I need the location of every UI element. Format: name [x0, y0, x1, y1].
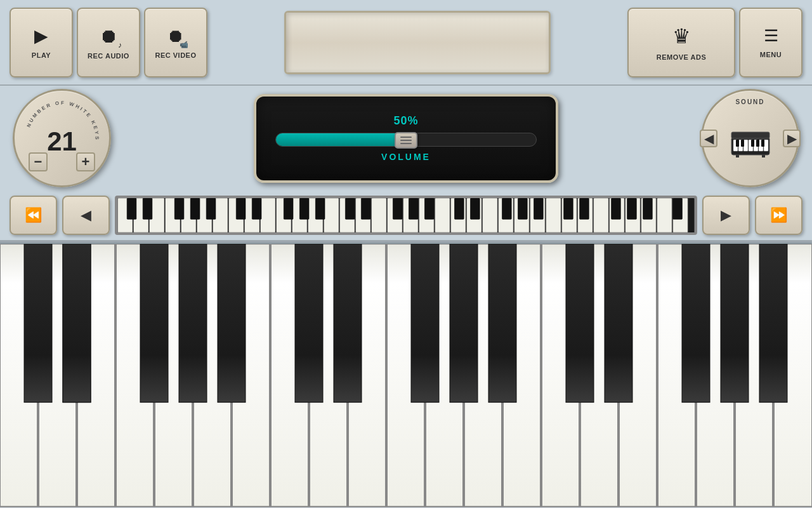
svg-rect-74 — [564, 198, 573, 219]
svg-rect-71 — [502, 198, 512, 219]
play-button[interactable]: ▶ PLAY — [10, 8, 73, 77]
rewind-fast-button[interactable]: ⏪ — [10, 196, 57, 235]
sound-label: SOUND — [735, 98, 764, 105]
sound-knob: SOUND — [701, 89, 799, 187]
svg-rect-79 — [673, 198, 683, 219]
svg-rect-108 — [295, 244, 323, 403]
svg-rect-66 — [393, 198, 402, 219]
rewind-button[interactable]: ◀ — [62, 196, 110, 235]
svg-rect-61 — [284, 198, 293, 219]
svg-rect-59 — [236, 198, 246, 219]
volume-container: 50% VOLUME — [124, 94, 688, 183]
piano-keys-container — [0, 244, 812, 508]
svg-rect-58 — [206, 198, 216, 219]
svg-rect-56 — [174, 198, 184, 219]
remove-ads-button[interactable]: ♛ REMOVE ADS — [627, 8, 735, 77]
svg-rect-12 — [756, 140, 759, 147]
svg-rect-52 — [657, 198, 672, 232]
svg-rect-75 — [580, 198, 589, 219]
volume-label: VOLUME — [381, 152, 431, 162]
svg-rect-27 — [261, 198, 276, 232]
svg-rect-55 — [143, 198, 152, 219]
piano-svg[interactable] — [0, 244, 812, 508]
piano-icon-svg — [728, 126, 773, 157]
svg-rect-14 — [736, 155, 739, 157]
play-label: PLAY — [32, 51, 51, 59]
menu-button[interactable]: ☰ MENU — [739, 8, 802, 77]
middle-panel: NUMBER OF WHITE KEYS 21 − + 50% — [0, 86, 812, 190]
rec-video-label: REC VIDEO — [155, 51, 196, 59]
menu-icon: ☰ — [764, 26, 778, 46]
mini-keyboard — [115, 196, 697, 235]
svg-rect-38 — [435, 198, 450, 232]
svg-rect-114 — [605, 244, 632, 403]
crown-icon: ♛ — [672, 24, 691, 48]
svg-rect-102 — [24, 244, 52, 403]
svg-rect-31 — [324, 198, 339, 232]
keyboard-nav: ⏪ ◀ — [0, 190, 812, 241]
svg-rect-104 — [140, 244, 168, 403]
svg-rect-68 — [424, 198, 434, 219]
display-screen — [284, 11, 551, 74]
sound-instrument-icon — [728, 126, 773, 163]
sound-arrow-left-button[interactable]: ◀ — [700, 130, 717, 147]
svg-rect-67 — [409, 198, 418, 219]
svg-rect-112 — [488, 244, 516, 403]
svg-rect-115 — [682, 244, 710, 403]
play-icon: ▶ — [34, 25, 48, 46]
svg-rect-34 — [372, 198, 387, 232]
svg-rect-69 — [454, 198, 464, 219]
svg-rect-77 — [627, 198, 637, 219]
volume-slider-fill — [276, 133, 406, 146]
svg-rect-105 — [179, 244, 207, 403]
handle-line-1 — [400, 137, 412, 138]
sound-knob-circle: SOUND — [701, 89, 799, 187]
rec-audio-icon: ⏺ ♪ — [99, 25, 118, 47]
volume-slider-track[interactable] — [275, 133, 537, 147]
svg-rect-8 — [764, 140, 768, 151]
svg-rect-45 — [546, 198, 561, 232]
svg-rect-63 — [315, 198, 325, 219]
svg-rect-11 — [751, 140, 754, 147]
rewind-icon: ◀ — [81, 207, 91, 224]
svg-rect-111 — [450, 244, 478, 403]
svg-rect-70 — [470, 198, 480, 219]
svg-rect-10 — [741, 140, 744, 147]
svg-rect-110 — [411, 244, 439, 403]
piano-area[interactable] — [0, 244, 812, 508]
knob-plus-button[interactable]: + — [76, 152, 95, 171]
white-keys-knob: NUMBER OF WHITE KEYS 21 − + — [13, 89, 111, 187]
forward-icon: ▶ — [721, 207, 731, 224]
handle-line-2 — [400, 140, 412, 141]
svg-rect-78 — [643, 198, 653, 219]
svg-rect-106 — [218, 244, 246, 403]
right-controls: ♛ REMOVE ADS ☰ MENU — [627, 8, 802, 77]
svg-rect-41 — [483, 198, 498, 232]
svg-rect-62 — [299, 198, 309, 219]
rec-audio-label: REC AUDIO — [88, 52, 129, 60]
knob-minus-button[interactable]: − — [29, 152, 48, 171]
rec-video-icon: ⏺ 📹 — [167, 25, 185, 46]
rec-video-button[interactable]: ⏺ 📹 REC VIDEO — [144, 8, 207, 77]
svg-rect-4 — [743, 140, 748, 151]
forward-fast-button[interactable]: ⏩ — [755, 196, 802, 235]
svg-rect-9 — [736, 140, 739, 147]
svg-rect-113 — [566, 244, 594, 403]
rec-audio-button[interactable]: ⏺ ♪ REC AUDIO — [77, 8, 140, 77]
left-controls: ▶ PLAY ⏺ ♪ REC AUDIO ⏺ 📹 REC VIDEO — [10, 8, 207, 77]
handle-line-3 — [400, 143, 412, 144]
svg-rect-73 — [534, 198, 544, 219]
svg-rect-15 — [762, 155, 765, 157]
svg-rect-13 — [761, 140, 764, 147]
volume-slider-handle[interactable] — [395, 132, 417, 149]
rewind-fast-icon: ⏪ — [25, 207, 42, 224]
svg-text:NUMBER OF WHITE KEYS: NUMBER OF WHITE KEYS — [26, 100, 100, 141]
forward-button[interactable]: ▶ — [702, 196, 750, 235]
volume-percent: 50% — [393, 114, 418, 128]
knob-arc-svg: NUMBER OF WHITE KEYS — [15, 91, 109, 185]
remove-ads-label: REMOVE ADS — [657, 53, 707, 61]
sound-arrow-right-button[interactable]: ▶ — [783, 130, 801, 147]
svg-rect-116 — [721, 244, 749, 403]
svg-rect-76 — [612, 198, 621, 219]
mini-keyboard-svg — [117, 197, 695, 233]
